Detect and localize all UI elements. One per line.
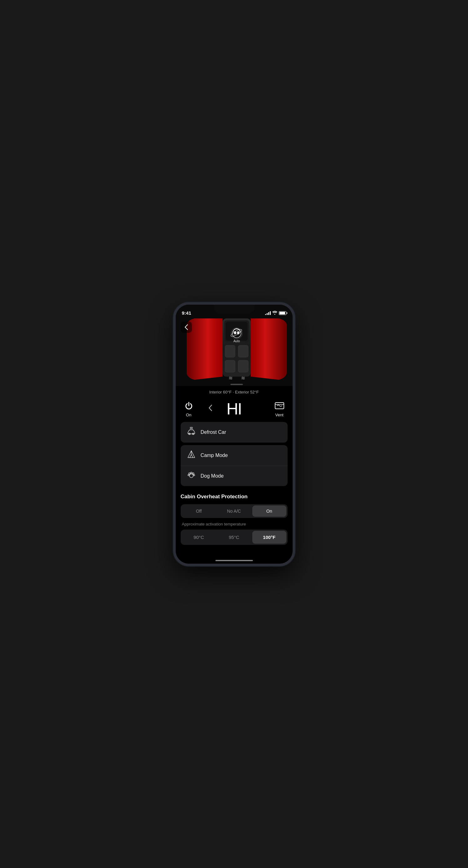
battery-fill: [279, 312, 285, 314]
defrost-card[interactable]: Defrost Car: [181, 422, 288, 443]
camp-icon: [187, 450, 196, 461]
notch: [214, 305, 255, 313]
battery-icon: [279, 311, 287, 315]
temp-95c-button[interactable]: 95°C: [217, 531, 251, 544]
cabin-section: Cabin Overheat Protection Off No A/C On …: [176, 486, 293, 550]
temp-display: Interior 60°F · Exterior 52°F: [176, 386, 293, 397]
wifi-icon: [272, 311, 277, 316]
main-content: Interior 60°F · Exterior 52°F On: [176, 386, 293, 564]
vent-button[interactable]: [274, 400, 285, 411]
defrost-label: Defrost Car: [201, 430, 226, 435]
vent-control[interactable]: Vent: [274, 400, 285, 417]
svg-point-22: [190, 472, 192, 473]
power-label: On: [186, 412, 191, 417]
activation-label: Approximate activation temperature: [181, 522, 288, 526]
cards-section: Defrost Car Camp Mode: [176, 422, 293, 486]
power-control[interactable]: On: [183, 400, 195, 417]
svg-rect-7: [238, 360, 248, 372]
signal-bar-4: [270, 311, 271, 315]
svg-point-21: [189, 473, 190, 474]
svg-rect-4: [225, 345, 235, 357]
cabin-protection-toggle: Off No A/C On: [181, 504, 288, 518]
climate-controls: On HI: [176, 397, 293, 422]
camp-mode-item[interactable]: Camp Mode: [181, 445, 288, 466]
svg-point-24: [188, 474, 189, 476]
dog-mode-label: Dog Mode: [201, 473, 224, 479]
temp-toggle-group: 90°C 95°C 100°F: [181, 530, 288, 545]
temp-value: HI: [227, 399, 242, 418]
temp-info: Interior 60°F · Exterior 52°F: [209, 390, 259, 395]
home-indicator: [215, 560, 253, 561]
phone-frame: 9:41: [173, 302, 295, 566]
power-icon: [185, 401, 193, 410]
back-button[interactable]: [181, 321, 192, 333]
dog-mode-item[interactable]: Dog Mode: [181, 466, 288, 486]
temp-90c-button[interactable]: 90°C: [182, 531, 216, 544]
svg-text:≋: ≋: [241, 375, 245, 381]
temp-100f-button[interactable]: 100°F: [252, 531, 287, 544]
defrost-card-item[interactable]: Defrost Car: [181, 422, 288, 443]
power-button[interactable]: [183, 400, 195, 411]
camp-mode-label: Camp Mode: [201, 453, 228, 458]
svg-rect-6: [225, 360, 235, 372]
modes-card: Camp Mode: [181, 445, 288, 486]
cabin-no-ac-button[interactable]: No A/C: [217, 505, 251, 517]
cabin-title: Cabin Overheat Protection: [181, 494, 288, 500]
svg-text:Auto: Auto: [233, 339, 240, 343]
temp-decrease-button[interactable]: [208, 404, 212, 413]
vent-label: Vent: [275, 412, 283, 417]
dog-icon: [187, 471, 196, 481]
signal-bar-1: [265, 314, 266, 315]
svg-point-23: [192, 473, 194, 474]
svg-rect-5: [238, 345, 248, 357]
svg-text:≋: ≋: [228, 375, 232, 381]
cabin-on-button[interactable]: On: [252, 505, 287, 517]
svg-point-20: [190, 474, 193, 477]
signal-bar-3: [268, 312, 269, 315]
defrost-icon: [187, 427, 196, 438]
svg-point-25: [194, 474, 195, 476]
status-time: 9:41: [182, 310, 191, 316]
svg-rect-16: [230, 384, 243, 385]
vent-icon: [274, 401, 285, 410]
signal-bars-icon: [265, 311, 271, 315]
cabin-off-button[interactable]: Off: [182, 505, 216, 517]
signal-bar-2: [267, 313, 268, 315]
status-icons: [265, 311, 287, 316]
